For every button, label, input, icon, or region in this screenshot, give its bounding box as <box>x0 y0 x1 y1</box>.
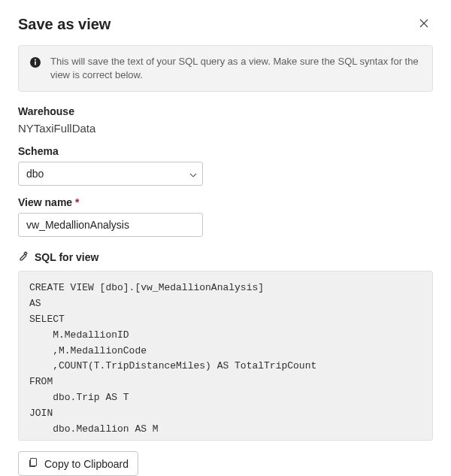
eraser-icon <box>18 250 29 263</box>
view-name-input[interactable] <box>18 213 203 237</box>
close-icon <box>419 19 428 28</box>
dialog-title: Save as view <box>18 16 110 33</box>
close-button[interactable] <box>415 15 433 33</box>
sql-section-label: SQL for view <box>35 251 98 263</box>
sql-section-header: SQL for view <box>18 250 433 263</box>
dialog-header: Save as view <box>18 15 433 33</box>
info-banner: This will save the text of your SQL quer… <box>18 45 433 92</box>
view-name-field: View name * <box>18 196 433 237</box>
sql-preview[interactable]: CREATE VIEW [dbo].[vw_MedallionAnalysis]… <box>18 271 433 441</box>
warehouse-value: NYTaxiFullData <box>18 122 433 135</box>
required-marker: * <box>75 196 79 208</box>
view-name-label: View name * <box>18 196 433 208</box>
copy-to-clipboard-button[interactable]: Copy to Clipboard <box>18 451 138 476</box>
warehouse-label: Warehouse <box>18 105 433 117</box>
copy-icon <box>28 457 38 470</box>
copy-button-label: Copy to Clipboard <box>44 458 129 470</box>
info-text: This will save the text of your SQL quer… <box>50 55 422 82</box>
warehouse-field: Warehouse NYTaxiFullData <box>18 105 433 135</box>
schema-label: Schema <box>18 145 433 157</box>
schema-select[interactable] <box>18 162 203 186</box>
svg-point-2 <box>35 59 36 61</box>
info-icon <box>29 56 41 71</box>
svg-rect-1 <box>35 62 36 65</box>
svg-rect-3 <box>31 459 37 466</box>
view-name-label-text: View name <box>18 196 72 208</box>
schema-field: Schema <box>18 145 433 186</box>
